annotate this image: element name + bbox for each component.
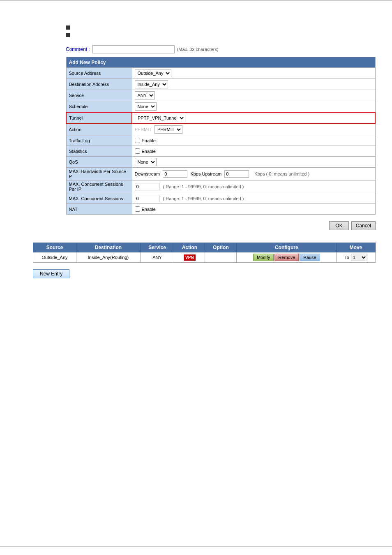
col-service: Service xyxy=(140,243,174,252)
downstream-input[interactable] xyxy=(163,170,187,178)
bullet-square-2 xyxy=(66,33,70,37)
concurrent-sessions-ip-input[interactable] xyxy=(135,183,159,190)
col-action: Action xyxy=(174,243,205,252)
nat-row: NAT Enable xyxy=(66,204,375,215)
destination-address-row: Destination Address Inside_Any xyxy=(66,79,375,90)
col-option: Option xyxy=(205,243,237,252)
statistics-label: Statistics xyxy=(66,146,132,157)
new-entry-button[interactable]: New Entry xyxy=(33,269,69,278)
schedule-select[interactable]: None xyxy=(135,102,157,111)
move-to-label: To xyxy=(344,255,349,260)
service-select[interactable]: ANY xyxy=(135,91,155,99)
bandwidth-row: MAX. Bandwidth Per Source P Downstream K… xyxy=(66,168,375,180)
nat-enable-text: Enable xyxy=(142,207,156,212)
traffic-log-value: Enable xyxy=(132,135,375,146)
move-cell: To 1 xyxy=(339,254,373,261)
traffic-log-checkbox[interactable] xyxy=(135,138,140,143)
source-address-value: Outside_Any xyxy=(132,68,375,79)
service-label: Service xyxy=(66,90,132,101)
destination-address-label: Destination Address xyxy=(66,79,132,90)
policy-form-header: Add New Policy xyxy=(66,57,375,68)
schedule-row: Schedule None xyxy=(66,101,375,113)
ok-button[interactable]: OK xyxy=(329,221,348,230)
policy-list-header: Source Destination Service Action Option… xyxy=(33,243,376,252)
kbps-upstream-label: Kbps Upstream xyxy=(190,171,221,176)
destination-address-select[interactable]: Inside_Any xyxy=(135,80,168,88)
move-select[interactable]: 1 xyxy=(351,254,367,261)
source-address-select[interactable]: Outside_Any xyxy=(135,69,171,77)
statistics-checkbox[interactable] xyxy=(135,148,140,154)
tunnel-value: PPTP_VPN_Tunnel xyxy=(132,112,375,124)
page-wrapper: Comment : (Max. 32 characters) Add New P… xyxy=(0,0,392,555)
action-label: Action xyxy=(66,124,132,135)
action-select[interactable]: PERMIT xyxy=(154,125,182,134)
bottom-border xyxy=(0,546,392,547)
bandwidth-hint: Kbps ( 0: means unlimited ) xyxy=(254,171,309,176)
concurrent-sessions-ip-hint: ( Range: 1 - 99999, 0: means unlimited ) xyxy=(163,184,244,189)
traffic-log-enable-text: Enable xyxy=(142,138,156,143)
concurrent-sessions-label: MAX. Concurrent Sessions xyxy=(66,193,132,204)
tunnel-row: Tunnel PPTP_VPN_Tunnel xyxy=(66,112,375,124)
statistics-enable-text: Enable xyxy=(142,149,156,154)
schedule-value: None xyxy=(132,101,375,113)
statistics-value: Enable xyxy=(132,146,375,157)
policy-form-container: Add New Policy Source Address Outside_An… xyxy=(66,57,376,215)
tunnel-select[interactable]: PPTP_VPN_Tunnel xyxy=(135,114,185,122)
policy-form-table: Add New Policy Source Address Outside_An… xyxy=(66,57,376,215)
nat-checkbox[interactable] xyxy=(135,206,140,212)
bullet-section xyxy=(66,25,392,37)
action-row: Action PERMIT PERMIT xyxy=(66,124,375,135)
policy-list-body: Outside_Any Inside_Any(Routing) ANY VPN … xyxy=(33,252,376,263)
downstream-label: Downstream xyxy=(135,171,160,176)
policy-list-table: Source Destination Service Action Option… xyxy=(33,243,376,263)
col-move: Move xyxy=(337,243,376,252)
concurrent-sessions-value: ( Range: 1 - 99999, 0: means unlimited ) xyxy=(132,193,375,204)
comment-label: Comment : xyxy=(66,46,90,52)
col-destination: Destination xyxy=(76,243,141,252)
qos-select[interactable]: None xyxy=(135,158,157,166)
remove-button[interactable]: Remove xyxy=(274,254,299,261)
tunnel-label: Tunnel xyxy=(66,112,132,124)
action-value: PERMIT PERMIT xyxy=(132,124,375,135)
nat-value: Enable xyxy=(132,204,375,215)
destination-address-value: Inside_Any xyxy=(132,79,375,90)
new-entry-container: New Entry xyxy=(33,269,392,278)
traffic-log-checkbox-label: Enable xyxy=(135,138,373,143)
source-address-label: Source Address xyxy=(66,68,132,79)
statistics-checkbox-label: Enable xyxy=(135,148,373,154)
service-value: ANY xyxy=(132,90,375,101)
pause-button[interactable]: Pause xyxy=(300,254,320,261)
row-move: To 1 xyxy=(337,252,376,263)
concurrent-sessions-input[interactable] xyxy=(135,195,159,202)
bandwidth-label: MAX. Bandwidth Per Source P xyxy=(66,168,132,180)
qos-row: QoS None xyxy=(66,157,375,168)
concurrent-sessions-ip-row: MAX. Concurrent Sessions Per IP ( Range:… xyxy=(66,180,375,193)
cancel-button[interactable]: Cancel xyxy=(351,221,376,230)
row-option xyxy=(205,252,237,263)
nat-checkbox-label: Enable xyxy=(135,206,373,212)
traffic-log-row: Traffic Log Enable xyxy=(66,135,375,146)
col-source: Source xyxy=(33,243,76,252)
upstream-input[interactable] xyxy=(224,170,249,178)
concurrent-sessions-ip-value: ( Range: 1 - 99999, 0: means unlimited ) xyxy=(132,180,375,193)
comment-section: Comment : (Max. 32 characters) xyxy=(66,45,392,53)
modify-button[interactable]: Modify xyxy=(253,254,274,261)
comment-input[interactable] xyxy=(92,45,175,53)
qos-value: None xyxy=(132,157,375,168)
row-source: Outside_Any xyxy=(33,252,76,263)
traffic-log-label: Traffic Log xyxy=(66,135,132,146)
vpn-badge: VPN xyxy=(184,254,196,261)
concurrent-sessions-hint: ( Range: 1 - 99999, 0: means unlimited ) xyxy=(163,196,244,201)
bandwidth-value: Downstream Kbps Upstream Kbps ( 0: means… xyxy=(132,168,375,180)
action-text: PERMIT xyxy=(135,127,152,132)
policy-list-container: Source Destination Service Action Option… xyxy=(33,243,376,263)
row-action: VPN xyxy=(174,252,205,263)
bullet-item-2 xyxy=(66,33,392,37)
bullet-item-1 xyxy=(66,25,392,30)
col-configure: Configure xyxy=(237,243,337,252)
service-row: Service ANY xyxy=(66,90,375,101)
concurrent-sessions-row: MAX. Concurrent Sessions ( Range: 1 - 99… xyxy=(66,193,375,204)
concurrent-sessions-ip-label: MAX. Concurrent Sessions Per IP xyxy=(66,180,132,193)
row-configure: Modify Remove Pause xyxy=(237,252,337,263)
source-address-row: Source Address Outside_Any xyxy=(66,68,375,79)
